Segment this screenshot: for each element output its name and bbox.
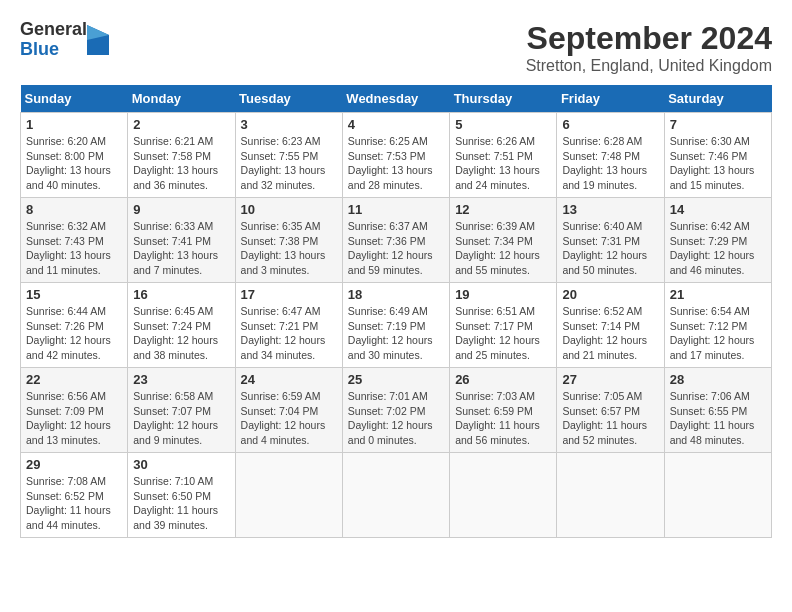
day-info: Sunrise: 7:06 AM Sunset: 6:55 PM Dayligh… (670, 389, 766, 448)
day-number: 10 (241, 202, 337, 217)
day-info: Sunrise: 6:45 AM Sunset: 7:24 PM Dayligh… (133, 304, 229, 363)
weekday-header-wednesday: Wednesday (342, 85, 449, 113)
table-row: 24Sunrise: 6:59 AM Sunset: 7:04 PM Dayli… (235, 368, 342, 453)
day-number: 22 (26, 372, 122, 387)
day-info: Sunrise: 6:59 AM Sunset: 7:04 PM Dayligh… (241, 389, 337, 448)
day-number: 25 (348, 372, 444, 387)
day-number: 5 (455, 117, 551, 132)
day-info: Sunrise: 7:01 AM Sunset: 7:02 PM Dayligh… (348, 389, 444, 448)
table-row: 20Sunrise: 6:52 AM Sunset: 7:14 PM Dayli… (557, 283, 664, 368)
header: General Blue September 2024 Stretton, En… (20, 20, 772, 75)
day-info: Sunrise: 6:35 AM Sunset: 7:38 PM Dayligh… (241, 219, 337, 278)
day-info: Sunrise: 7:08 AM Sunset: 6:52 PM Dayligh… (26, 474, 122, 533)
day-info: Sunrise: 6:49 AM Sunset: 7:19 PM Dayligh… (348, 304, 444, 363)
calendar-body: 1Sunrise: 6:20 AM Sunset: 8:00 PM Daylig… (21, 113, 772, 538)
calendar-week-2: 8Sunrise: 6:32 AM Sunset: 7:43 PM Daylig… (21, 198, 772, 283)
day-number: 29 (26, 457, 122, 472)
day-info: Sunrise: 6:30 AM Sunset: 7:46 PM Dayligh… (670, 134, 766, 193)
day-number: 6 (562, 117, 658, 132)
weekday-header-sunday: Sunday (21, 85, 128, 113)
weekday-header-tuesday: Tuesday (235, 85, 342, 113)
logo-blue-text: Blue (20, 40, 87, 60)
table-row: 28Sunrise: 7:06 AM Sunset: 6:55 PM Dayli… (664, 368, 771, 453)
day-number: 8 (26, 202, 122, 217)
table-row: 23Sunrise: 6:58 AM Sunset: 7:07 PM Dayli… (128, 368, 235, 453)
table-row: 18Sunrise: 6:49 AM Sunset: 7:19 PM Dayli… (342, 283, 449, 368)
table-row: 2Sunrise: 6:21 AM Sunset: 7:58 PM Daylig… (128, 113, 235, 198)
day-number: 18 (348, 287, 444, 302)
day-info: Sunrise: 6:33 AM Sunset: 7:41 PM Dayligh… (133, 219, 229, 278)
day-info: Sunrise: 7:05 AM Sunset: 6:57 PM Dayligh… (562, 389, 658, 448)
calendar-week-5: 29Sunrise: 7:08 AM Sunset: 6:52 PM Dayli… (21, 453, 772, 538)
table-row: 22Sunrise: 6:56 AM Sunset: 7:09 PM Dayli… (21, 368, 128, 453)
table-row: 6Sunrise: 6:28 AM Sunset: 7:48 PM Daylig… (557, 113, 664, 198)
table-row: 14Sunrise: 6:42 AM Sunset: 7:29 PM Dayli… (664, 198, 771, 283)
table-row: 8Sunrise: 6:32 AM Sunset: 7:43 PM Daylig… (21, 198, 128, 283)
table-row: 25Sunrise: 7:01 AM Sunset: 7:02 PM Dayli… (342, 368, 449, 453)
calendar: SundayMondayTuesdayWednesdayThursdayFrid… (20, 85, 772, 538)
day-info: Sunrise: 6:47 AM Sunset: 7:21 PM Dayligh… (241, 304, 337, 363)
day-number: 1 (26, 117, 122, 132)
table-row (235, 453, 342, 538)
table-row: 5Sunrise: 6:26 AM Sunset: 7:51 PM Daylig… (450, 113, 557, 198)
calendar-header: SundayMondayTuesdayWednesdayThursdayFrid… (21, 85, 772, 113)
day-number: 13 (562, 202, 658, 217)
day-info: Sunrise: 7:03 AM Sunset: 6:59 PM Dayligh… (455, 389, 551, 448)
table-row: 19Sunrise: 6:51 AM Sunset: 7:17 PM Dayli… (450, 283, 557, 368)
day-number: 23 (133, 372, 229, 387)
day-number: 11 (348, 202, 444, 217)
day-number: 3 (241, 117, 337, 132)
day-number: 20 (562, 287, 658, 302)
weekday-header-friday: Friday (557, 85, 664, 113)
table-row: 16Sunrise: 6:45 AM Sunset: 7:24 PM Dayli… (128, 283, 235, 368)
table-row: 10Sunrise: 6:35 AM Sunset: 7:38 PM Dayli… (235, 198, 342, 283)
day-number: 26 (455, 372, 551, 387)
day-number: 24 (241, 372, 337, 387)
table-row: 11Sunrise: 6:37 AM Sunset: 7:36 PM Dayli… (342, 198, 449, 283)
day-info: Sunrise: 6:58 AM Sunset: 7:07 PM Dayligh… (133, 389, 229, 448)
day-number: 15 (26, 287, 122, 302)
day-info: Sunrise: 6:44 AM Sunset: 7:26 PM Dayligh… (26, 304, 122, 363)
day-info: Sunrise: 6:32 AM Sunset: 7:43 PM Dayligh… (26, 219, 122, 278)
day-number: 12 (455, 202, 551, 217)
day-number: 19 (455, 287, 551, 302)
day-number: 16 (133, 287, 229, 302)
day-number: 9 (133, 202, 229, 217)
day-number: 7 (670, 117, 766, 132)
day-info: Sunrise: 6:56 AM Sunset: 7:09 PM Dayligh… (26, 389, 122, 448)
day-info: Sunrise: 6:39 AM Sunset: 7:34 PM Dayligh… (455, 219, 551, 278)
table-row: 7Sunrise: 6:30 AM Sunset: 7:46 PM Daylig… (664, 113, 771, 198)
day-number: 30 (133, 457, 229, 472)
day-info: Sunrise: 6:20 AM Sunset: 8:00 PM Dayligh… (26, 134, 122, 193)
weekday-header-monday: Monday (128, 85, 235, 113)
table-row: 9Sunrise: 6:33 AM Sunset: 7:41 PM Daylig… (128, 198, 235, 283)
day-number: 27 (562, 372, 658, 387)
table-row: 13Sunrise: 6:40 AM Sunset: 7:31 PM Dayli… (557, 198, 664, 283)
day-number: 17 (241, 287, 337, 302)
calendar-week-3: 15Sunrise: 6:44 AM Sunset: 7:26 PM Dayli… (21, 283, 772, 368)
day-info: Sunrise: 6:42 AM Sunset: 7:29 PM Dayligh… (670, 219, 766, 278)
day-info: Sunrise: 6:37 AM Sunset: 7:36 PM Dayligh… (348, 219, 444, 278)
table-row: 21Sunrise: 6:54 AM Sunset: 7:12 PM Dayli… (664, 283, 771, 368)
logo-icon (87, 25, 109, 55)
table-row (450, 453, 557, 538)
table-row (664, 453, 771, 538)
table-row: 29Sunrise: 7:08 AM Sunset: 6:52 PM Dayli… (21, 453, 128, 538)
day-number: 4 (348, 117, 444, 132)
calendar-week-4: 22Sunrise: 6:56 AM Sunset: 7:09 PM Dayli… (21, 368, 772, 453)
day-info: Sunrise: 6:40 AM Sunset: 7:31 PM Dayligh… (562, 219, 658, 278)
table-row: 1Sunrise: 6:20 AM Sunset: 8:00 PM Daylig… (21, 113, 128, 198)
weekday-header-saturday: Saturday (664, 85, 771, 113)
calendar-week-1: 1Sunrise: 6:20 AM Sunset: 8:00 PM Daylig… (21, 113, 772, 198)
table-row: 26Sunrise: 7:03 AM Sunset: 6:59 PM Dayli… (450, 368, 557, 453)
table-row (342, 453, 449, 538)
day-info: Sunrise: 6:52 AM Sunset: 7:14 PM Dayligh… (562, 304, 658, 363)
table-row (557, 453, 664, 538)
location: Stretton, England, United Kingdom (526, 57, 772, 75)
day-number: 2 (133, 117, 229, 132)
day-number: 28 (670, 372, 766, 387)
table-row: 17Sunrise: 6:47 AM Sunset: 7:21 PM Dayli… (235, 283, 342, 368)
table-row: 3Sunrise: 6:23 AM Sunset: 7:55 PM Daylig… (235, 113, 342, 198)
logo-general-text: General (20, 20, 87, 40)
table-row: 4Sunrise: 6:25 AM Sunset: 7:53 PM Daylig… (342, 113, 449, 198)
